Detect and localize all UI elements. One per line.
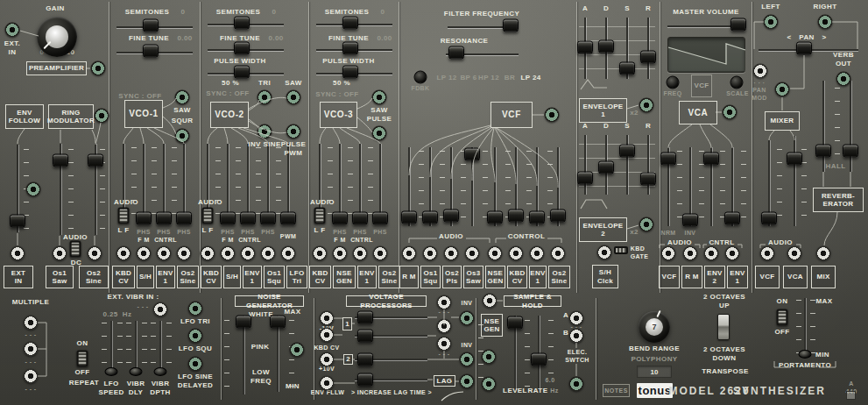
vcf-os2pls-jack[interactable] bbox=[444, 246, 459, 261]
out-vca-jack[interactable] bbox=[787, 246, 802, 261]
vco1-semitones-handle[interactable] bbox=[143, 19, 159, 32]
scope-scale-knob[interactable] bbox=[730, 76, 744, 89]
vco3-kbdcv-jack[interactable] bbox=[313, 246, 328, 261]
vco1-mod-track[interactable] bbox=[183, 144, 185, 221]
env2-s-handle[interactable] bbox=[619, 145, 635, 158]
resonance-handle[interactable] bbox=[448, 46, 464, 60]
filter-mode-br[interactable]: BR bbox=[505, 74, 515, 82]
preamp-out-jack[interactable] bbox=[91, 61, 106, 76]
out-vcf-jack[interactable] bbox=[760, 246, 775, 261]
vco3-mod-handle[interactable] bbox=[332, 212, 348, 225]
reverb-slider-track[interactable] bbox=[822, 81, 824, 172]
noise-level-handle[interactable] bbox=[270, 316, 286, 329]
env2-r-track[interactable] bbox=[647, 135, 649, 195]
vco2-finetune-handle[interactable] bbox=[234, 42, 250, 55]
vco1-env1-jack[interactable] bbox=[157, 246, 172, 261]
vcf-rm-jack[interactable] bbox=[402, 246, 417, 261]
env2-d-handle[interactable] bbox=[598, 161, 614, 174]
vco1-mod-track[interactable] bbox=[163, 144, 165, 221]
vco1-finetune-handle[interactable] bbox=[143, 45, 159, 58]
vco1-audio-lf-toggle[interactable] bbox=[118, 208, 130, 224]
env1-r-handle[interactable] bbox=[640, 51, 656, 64]
right-out-jack[interactable] bbox=[818, 15, 833, 30]
ringmod-slider2-handle[interactable] bbox=[88, 154, 103, 167]
vcf-os2sine-jack[interactable] bbox=[551, 246, 566, 261]
filter-mode-bp6[interactable]: BP 6 bbox=[460, 74, 476, 82]
lag-out-jack[interactable] bbox=[460, 374, 475, 389]
vco1-mod-track[interactable] bbox=[143, 144, 145, 221]
vp-slider4-handle[interactable] bbox=[357, 373, 373, 387]
scope-freq-knob[interactable] bbox=[667, 76, 680, 89]
vca-env1-jack[interactable] bbox=[725, 246, 740, 261]
filter-frequency-handle[interactable] bbox=[503, 19, 519, 32]
lfo-squ-jack[interactable] bbox=[188, 329, 203, 344]
vco1-sqr-jack[interactable] bbox=[175, 129, 190, 144]
env1-r-track[interactable] bbox=[647, 18, 649, 79]
vcf-slider-handle[interactable] bbox=[443, 210, 459, 223]
vco1-mod-handle[interactable] bbox=[136, 212, 152, 225]
vco1-mod-handle[interactable] bbox=[176, 212, 192, 225]
vco2-mod-track[interactable] bbox=[247, 144, 249, 221]
vp-envfllw-jack[interactable] bbox=[320, 376, 335, 391]
vcf-slider-handle[interactable] bbox=[529, 211, 545, 224]
vcf-kbdcv-jack[interactable] bbox=[509, 246, 524, 261]
env-follow-jack[interactable] bbox=[26, 182, 41, 197]
reverb-dry-handle[interactable] bbox=[815, 145, 831, 158]
vca-vcf-handle[interactable] bbox=[660, 153, 676, 166]
portamento-handle[interactable] bbox=[799, 350, 812, 359]
vcf-env1-jack[interactable] bbox=[530, 246, 545, 261]
vcf-os3saw-jack[interactable] bbox=[465, 246, 480, 261]
lfo-tri-jack[interactable] bbox=[188, 302, 203, 316]
vp-out1-jack[interactable] bbox=[437, 295, 452, 310]
noise-out-jack[interactable] bbox=[290, 343, 305, 358]
os1-saw-jack[interactable] bbox=[53, 246, 67, 261]
out-mix-jack[interactable] bbox=[816, 246, 831, 261]
vco2-env1-jack[interactable] bbox=[241, 246, 256, 261]
vco3-finetune-handle[interactable] bbox=[342, 42, 358, 55]
vca-rm-handle[interactable] bbox=[682, 214, 698, 227]
vco3-audio-lf-toggle[interactable] bbox=[314, 208, 326, 224]
vco2-pw-handle[interactable] bbox=[234, 66, 250, 79]
env-follow-slider-handle[interactable] bbox=[10, 215, 25, 228]
mixer-vca-handle[interactable] bbox=[787, 153, 802, 166]
vco2-pulse-jack[interactable] bbox=[286, 124, 301, 139]
vcf-slider-handle[interactable] bbox=[508, 210, 524, 223]
noise-color-handle[interactable] bbox=[236, 316, 251, 329]
portamento-track[interactable] bbox=[804, 298, 806, 358]
transpose-toggle[interactable] bbox=[717, 314, 730, 340]
vco3-mod-track[interactable] bbox=[379, 144, 381, 221]
vp-kbdcv-jack[interactable] bbox=[320, 328, 335, 343]
repeat-toggle[interactable] bbox=[77, 351, 88, 367]
env2-out-jack[interactable] bbox=[639, 217, 654, 232]
vco2-mod-handle[interactable] bbox=[240, 212, 256, 225]
lfo-speed-handle[interactable] bbox=[105, 367, 118, 376]
sh-a-jack[interactable] bbox=[569, 311, 584, 326]
vp-inv1-jack[interactable] bbox=[460, 311, 475, 326]
env1-d-handle[interactable] bbox=[598, 40, 614, 53]
vco2-mod-track[interactable] bbox=[267, 144, 269, 221]
vco1-sh-jack[interactable] bbox=[137, 246, 152, 261]
vco3-mod-handle[interactable] bbox=[352, 212, 368, 225]
fdbk-knob[interactable] bbox=[414, 71, 427, 84]
vp-slider3-handle[interactable] bbox=[357, 353, 373, 366]
ring-mod-out-jack[interactable] bbox=[95, 109, 109, 124]
vcf-slider-handle[interactable] bbox=[550, 210, 566, 223]
vco2-tri-jack[interactable] bbox=[258, 90, 272, 105]
sh-level-handle[interactable] bbox=[507, 316, 523, 330]
env1-a-handle[interactable] bbox=[577, 41, 593, 54]
env2-a-handle[interactable] bbox=[577, 172, 593, 185]
vcf-slider-handle[interactable] bbox=[401, 211, 417, 224]
reverb-wet-handle[interactable] bbox=[843, 145, 858, 158]
vp-plus10v-jack[interactable] bbox=[320, 352, 335, 367]
sh-b-jack[interactable] bbox=[569, 329, 584, 344]
vco3-mod-track[interactable] bbox=[359, 144, 361, 221]
lfo-sine-delayed-jack[interactable] bbox=[188, 357, 203, 372]
vco2-audio-lf-toggle[interactable] bbox=[202, 208, 214, 224]
pan-handle[interactable] bbox=[796, 42, 812, 55]
env2-r-handle[interactable] bbox=[640, 173, 656, 186]
vca-env1-handle[interactable] bbox=[724, 212, 740, 225]
vca-env2-handle[interactable] bbox=[703, 153, 719, 166]
vibr-dly-handle[interactable] bbox=[130, 367, 143, 376]
vp-minus10v-jack[interactable] bbox=[320, 311, 335, 326]
a440-checkbox[interactable] bbox=[846, 391, 856, 400]
